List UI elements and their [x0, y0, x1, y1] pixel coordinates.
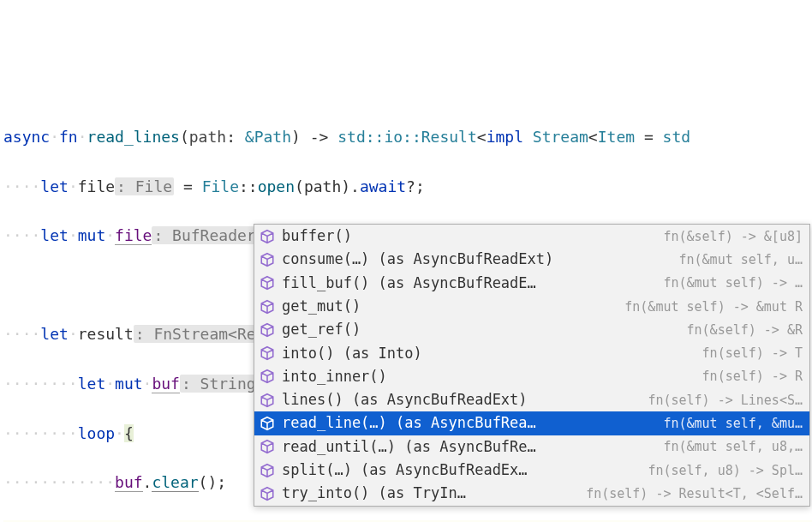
arg-path: path [304, 177, 341, 195]
keyword-mut: mut [78, 226, 106, 244]
var-file: file [78, 177, 115, 195]
completion-item[interactable]: into() (as Into)fn(self) -> T [254, 341, 809, 364]
var-result: result [78, 325, 134, 343]
completion-item[interactable]: into_inner()fn(self) -> R [254, 365, 809, 388]
completion-type: fn(&mut self) -> &mut R [624, 297, 803, 317]
method-icon [260, 416, 275, 431]
keyword-loop: loop [78, 424, 115, 442]
completion-label: buffer() [282, 225, 654, 248]
param-path: path [189, 128, 226, 146]
fn-name: read_lines [87, 128, 180, 146]
keyword-let: let [40, 325, 69, 343]
eq: = [174, 177, 202, 195]
completion-item[interactable]: read_line(…) (as AsyncBufRea…fn(&mut sel… [254, 411, 809, 435]
completion-label: lines() (as AsyncBufReadExt) [282, 388, 639, 411]
completion-label: try_into() (as TryIn… [282, 482, 577, 505]
completion-label: fill_buf() (as AsyncBufReadE… [282, 272, 654, 295]
completion-type: fn(&mut self, &mu… [663, 413, 803, 434]
completion-type: fn(self) -> Result<T, <Self… [586, 483, 803, 504]
completion-label: split(…) (as AsyncBufReadEx… [282, 459, 639, 482]
completion-popup[interactable]: buffer()fn(&self) -> &[u8]consume(…) (as… [254, 224, 810, 507]
method-icon [260, 393, 275, 408]
completion-item[interactable]: get_ref()fn(&self) -> &R [254, 318, 809, 341]
completion-type: fn(self, u8) -> Spl… [648, 460, 803, 481]
completion-type: fn(self) -> R [702, 366, 803, 387]
completion-type: fn(&mut self, u8,… [663, 436, 803, 457]
keyword-await: await [360, 177, 406, 195]
var-file-mut: file [115, 226, 152, 245]
method-icon [260, 322, 275, 338]
arrow: -> [301, 128, 337, 146]
completion-label: consume(…) (as AsyncBufReadExt) [282, 248, 671, 271]
completion-item[interactable]: split(…) (as AsyncBufReadEx…fn(self, u8)… [254, 459, 809, 482]
completion-item[interactable]: buffer()fn(&self) -> &[u8] [254, 225, 809, 248]
fn-open: open [258, 177, 295, 195]
completion-label: get_ref() [282, 318, 678, 341]
code-line: ····let·file: File = File::open(path).aw… [3, 175, 812, 200]
method-icon [260, 369, 275, 384]
keyword-let: let [40, 177, 69, 195]
completion-type: fn(self) -> T [702, 343, 803, 363]
method-icon [260, 486, 275, 501]
method-icon [260, 439, 275, 454]
type-stream: Stream [533, 128, 588, 146]
keyword-let: let [78, 375, 106, 393]
type-path: &Path [245, 128, 291, 146]
type-std: std [663, 128, 691, 146]
completion-item[interactable]: read_until(…) (as AsyncBufRe…fn(&mut sel… [254, 435, 809, 459]
inlay-hint: : File [115, 177, 174, 195]
completion-type: fn(&mut self, u… [679, 249, 803, 270]
completion-label: read_until(…) (as AsyncBufRe… [282, 435, 654, 459]
method-icon [260, 229, 275, 244]
method-icon [260, 275, 275, 291]
keyword-fn: fn [59, 128, 78, 146]
keyword-mut: mut [115, 375, 143, 393]
eq: = [635, 128, 663, 146]
type-item: Item [598, 128, 635, 146]
completion-item[interactable]: fill_buf() (as AsyncBufReadE…fn(&mut sel… [254, 272, 809, 295]
completion-type: fn(self) -> Lines<S… [648, 390, 803, 411]
fn-clear: clear [152, 473, 198, 492]
var-buf: buf [152, 375, 180, 393]
keyword-impl: impl [487, 128, 523, 146]
type-result: std::io::Result [337, 128, 477, 146]
completion-label: into_inner() [282, 365, 694, 388]
completion-type: fn(&mut self) -> … [663, 273, 803, 293]
completion-type: fn(&self) -> &R [687, 320, 803, 340]
method-icon [260, 345, 275, 361]
method-icon [260, 463, 275, 478]
completion-type: fn(&self) -> &[u8] [663, 226, 803, 247]
keyword-let: let [40, 226, 69, 244]
inlay-hint: : String [180, 375, 258, 393]
var-buf: buf [115, 473, 143, 492]
completion-label: into() (as Into) [282, 342, 694, 365]
method-icon [260, 299, 275, 315]
completion-label: get_mut() [282, 295, 616, 318]
method-icon [260, 252, 275, 267]
completion-item[interactable]: try_into() (as TryIn…fn(self) -> Result<… [254, 482, 809, 505]
code-line: async·fn·read_lines(path: &Path) -> std:… [3, 125, 812, 150]
completion-label: read_line(…) (as AsyncBufRea… [282, 411, 654, 435]
keyword-async: async [3, 128, 50, 146]
completion-item[interactable]: consume(…) (as AsyncBufReadExt)fn(&mut s… [254, 248, 809, 271]
completion-item[interactable]: get_mut()fn(&mut self) -> &mut R [254, 295, 809, 318]
type-file: File [202, 177, 239, 195]
completion-item[interactable]: lines() (as AsyncBufReadExt)fn(self) -> … [254, 388, 809, 411]
brace-open: { [124, 424, 134, 442]
